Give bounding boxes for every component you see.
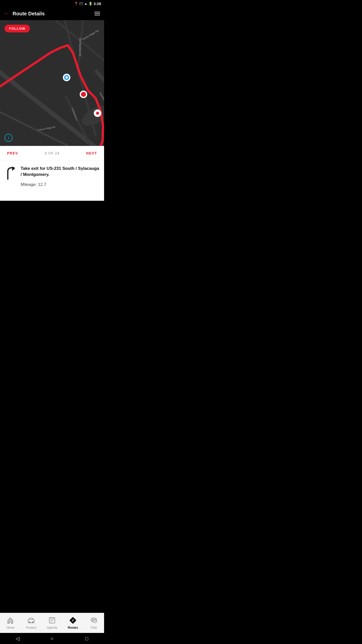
vibrate-icon: 📳 [79, 2, 83, 6]
map-area: Old Rockford Rd Rocky Ridge Rd Rockford … [0, 20, 104, 146]
svg-point-17 [65, 76, 68, 79]
direction-content: Take exit for US-231 South / Sylacauga /… [21, 166, 100, 187]
map-svg: Old Rockford Rd Rocky Ridge Rd Rockford … [0, 20, 104, 146]
menu-line-3 [95, 15, 100, 15]
svg-point-19 [81, 92, 86, 97]
signal-icon: ▲ [84, 2, 87, 6]
back-button[interactable]: ← [4, 10, 10, 17]
header: ← Route Details [0, 7, 104, 20]
nav-controls: PREV 8 OF 24 NEXT [0, 146, 104, 160]
direction-mileage: Mileage: 12.7 [21, 182, 100, 187]
menu-line-2 [95, 13, 100, 14]
prev-button[interactable]: PREV [7, 151, 18, 155]
menu-line-1 [95, 12, 100, 12]
direction-panel: Take exit for US-231 South / Sylacauga /… [0, 160, 104, 201]
info-button[interactable]: i [5, 134, 13, 142]
svg-text:Old Rockford Rd: Old Rockford Rd [79, 38, 81, 56]
nav-counter: 8 OF 24 [45, 151, 60, 155]
svg-point-21 [96, 112, 99, 115]
location-icon: 📍 [74, 2, 78, 6]
menu-button[interactable] [95, 12, 100, 15]
info-icon: i [8, 136, 9, 140]
status-bar: 📍 📳 ▲ 🔋 3:28 [0, 0, 104, 7]
direction-text: Take exit for US-231 South / Sylacauga /… [21, 166, 100, 178]
status-icons: 📍 📳 ▲ 🔋 3:28 [74, 2, 101, 6]
page-title: Route Details [13, 11, 95, 17]
status-time: 3:28 [94, 2, 101, 6]
battery-icon: 🔋 [88, 2, 93, 6]
follow-button[interactable]: FOLLOW [5, 25, 30, 32]
next-button[interactable]: NEXT [86, 151, 97, 155]
turn-arrow-icon [4, 167, 17, 184]
